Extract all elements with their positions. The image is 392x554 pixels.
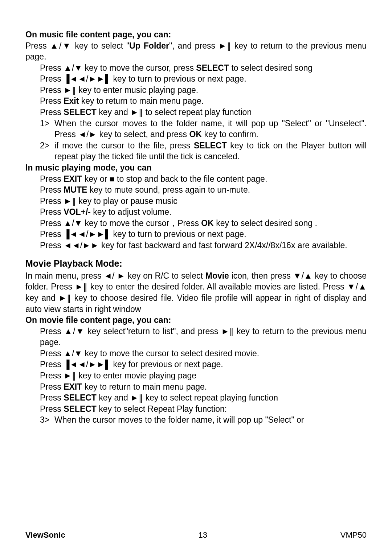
movie-list-item: Press SELECT key to select Repeat Play f… (40, 403, 367, 415)
movie-file-page-heading: On movie file content page, you can: (25, 315, 367, 326)
item-number: 3> (40, 414, 54, 426)
footer-model: VMP50 (340, 530, 367, 540)
footer-brand: ViewSonic (25, 530, 65, 540)
item-text: When the cursor moves to the folder name… (54, 118, 367, 140)
music-list-item: Press ▐◄◄/►►▌ key to turn to previous or… (40, 73, 367, 85)
music-list-item: Press Exit key to return to main menu pa… (40, 95, 367, 107)
music-file-page-heading: On music file content page, you can: (25, 29, 367, 40)
music-play-item: Press ◄◄/►► key for fast backward and fa… (40, 240, 367, 251)
movie-list-item: Press SELECT key and ►‖ key to select re… (40, 392, 367, 403)
movie-list-item: Press ▐◄◄/►►▌ key for previous or next p… (40, 359, 367, 370)
movie-intro: In main menu, press ◄/ ► key on R/C to s… (25, 270, 367, 315)
item-number: 2> (40, 140, 54, 162)
music-list-item: Press SELECT key and ►‖ to select repeat… (40, 107, 367, 118)
movie-list-item: Press ▲/▼ key to move the cursor to sele… (40, 348, 367, 359)
music-play-item: Press EXIT key or ■ to stop and back to … (40, 173, 367, 185)
music-list-item: Press ►‖ key to enter music playing page… (40, 85, 367, 96)
numbered-item: 2> if move the cursor to the file, press… (40, 140, 367, 162)
item-text: if move the cursor to the file, press SE… (54, 140, 367, 162)
music-play-item: Press ▲/▼ key to move the cursor，Press O… (40, 218, 367, 229)
music-list-item: Press ▲/▼ key to move the cursor, press … (40, 62, 367, 74)
page-footer: ViewSonic 13 VMP50 (25, 530, 367, 540)
footer-page-number: 13 (199, 530, 207, 540)
music-play-item: Press MUTE key to mute sound, press agai… (40, 184, 367, 196)
movie-list-item: Press ▲/▼ key select"return to list", an… (40, 326, 367, 348)
movie-list-item: Press EXIT key to return to main menu pa… (40, 381, 367, 393)
movie-list-item: Press ►‖ key to enter movie playing page (40, 370, 367, 381)
music-play-item: Press ►‖ key to play or pause music (40, 196, 367, 207)
music-file-page-intro: Press ▲/▼ key to select "Up Folder", and… (25, 40, 367, 62)
item-text: When the cursor moves to the folder name… (54, 414, 367, 426)
music-play-item: Press VOL+/- key to adjust volume. (40, 206, 367, 218)
item-number: 1> (40, 118, 54, 140)
music-play-item: Press ▐◄◄/►►▌ key to turn to previous or… (40, 229, 367, 240)
movie-playback-heading: Movie Playback Mode: (25, 258, 367, 270)
numbered-item: 1> When the cursor moves to the folder n… (40, 118, 367, 140)
music-playing-heading: In music playing mode, you can (25, 162, 367, 173)
numbered-item: 3> When the cursor moves to the folder n… (40, 414, 367, 426)
